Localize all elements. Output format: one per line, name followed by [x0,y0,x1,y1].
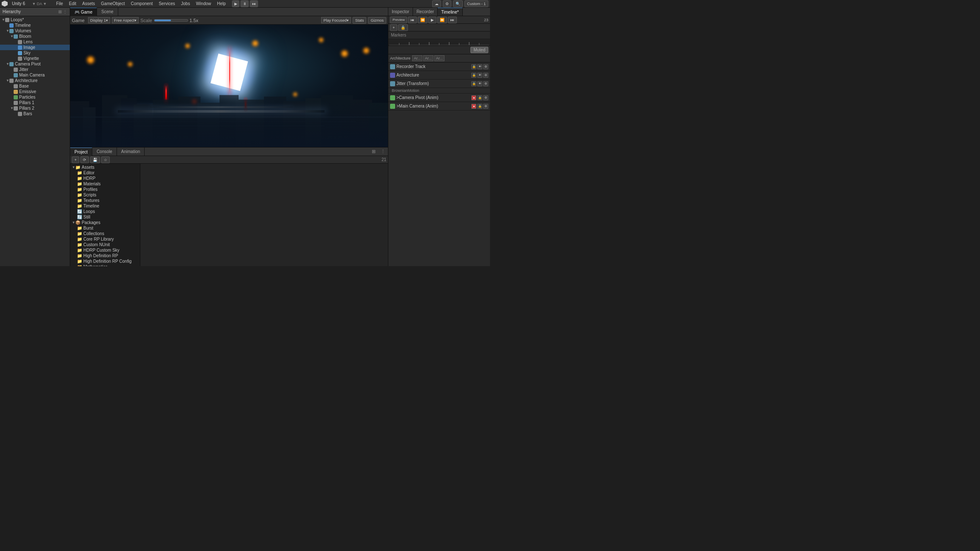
save-btn[interactable]: 💾 [90,156,100,163]
menu-item-help[interactable]: Help [214,0,228,8]
tl-next-btn[interactable]: ⏩ [437,17,447,23]
arch-settings-btn[interactable]: ⚙ [483,73,488,78]
cloud-button[interactable]: ☁ [432,0,441,7]
p-item-materials[interactable]: 📁 Materials [70,181,140,187]
h-item-emissive[interactable]: Emissive [0,89,70,94]
p-item-profiles[interactable]: 📁 Profiles [70,187,140,192]
display-select[interactable]: Display 1▾ [88,17,110,23]
tab-game[interactable]: 🎮 Game [70,8,97,16]
h-item-jitter[interactable]: Jitter [0,67,70,72]
arch-lock-btn[interactable]: 🔒 [471,73,476,78]
cam-pivot-settings-btn[interactable]: ⚙ [483,95,488,100]
p-item-packages[interactable]: ▼ 📦 Packages [70,220,140,225]
menu-item-services[interactable]: Services [156,0,177,8]
p-item-high-def-rp[interactable]: 📁 High Definition RP [70,253,140,258]
cam-pivot-record-btn[interactable]: ● [471,95,476,100]
h-item-vignette[interactable]: Vignette [0,56,70,61]
p-item-custom-nunit[interactable]: 📁 Custom NUnit [70,242,140,247]
tab-console[interactable]: Console [92,148,117,156]
tl-preview-btn[interactable]: Preview [390,17,407,23]
p-item-assets[interactable]: ▼ 📁 Assets [70,165,140,170]
h-item-image[interactable]: Image [0,45,70,50]
jitter-settings-btn[interactable]: ⚙ [483,81,488,86]
h-item-pillars1[interactable]: Pillars 1 [0,100,70,105]
h-item-architecture[interactable]: ▼ Architecture [0,78,70,83]
muted-badge[interactable]: Muted [470,47,488,53]
tl-play-btn[interactable]: ▶ [428,17,436,23]
p-item-burst[interactable]: 📁 Burst [70,225,140,231]
main-cam-settings-btn[interactable]: ⚙ [483,104,488,109]
hierarchy-expand-icon[interactable]: ⊞ [58,9,62,14]
p-item-scripts[interactable]: 📁 Scripts [70,192,140,198]
h-item-volumes[interactable]: ▼ Volumes [0,28,70,34]
p-item-collections[interactable]: 📁 Collections [70,231,140,236]
stats-btn[interactable]: Stats [353,17,367,24]
jitter-eye-btn[interactable]: 👁 [477,81,482,86]
p-item-still[interactable]: 🔄 Still [70,214,140,220]
h-item-lens[interactable]: Lens [0,39,70,45]
p-item-timeline[interactable]: 📁 Timeline [70,203,140,209]
tab-recorder[interactable]: Recorder [413,8,438,16]
main-cam-lock-btn[interactable]: 🔒 [477,104,482,109]
play-focused-select[interactable]: Play Focused▾ [321,17,351,23]
p-item-core-rp[interactable]: 📁 Core RP Library [70,236,140,242]
tab-animation[interactable]: Animation [117,148,145,156]
tl-add-btn[interactable]: + [390,24,397,31]
play-button[interactable]: ▶ [232,0,239,7]
refresh-btn[interactable]: ⟳ [80,156,89,163]
settings-button[interactable]: ⚙ [443,0,451,7]
h-item-pillars2[interactable]: ▼ Pillars 2 [0,105,70,111]
p-item-hdrp[interactable]: 📁 HDRP [70,176,140,181]
bottom-panel-menu[interactable]: ⋮ [378,149,388,154]
p-item-loops[interactable]: 🔄 Loops [70,209,140,214]
menu-item-jobs[interactable]: Jobs [179,0,193,8]
star-btn[interactable]: ☆ [101,156,110,163]
tab-project[interactable]: Project [70,148,92,156]
tl-lock-btn[interactable]: 🔒 [398,24,408,31]
menu-item-component[interactable]: Component [128,0,155,8]
menu-item-gameobject[interactable]: GameObject [98,0,127,8]
jitter-lock-btn[interactable]: 🔒 [471,81,476,86]
track-jitter[interactable]: Jitter (Transform) 🔒 👁 ⚙ [388,80,490,88]
p-item-textures[interactable]: 📁 Textures [70,198,140,203]
recorder-eye-btn[interactable]: 👁 [477,64,482,69]
custom-layout-button[interactable]: Custom - 1 [464,0,488,7]
bottom-panel-expand[interactable]: ⊞ [369,149,378,154]
step-button[interactable]: ⏭ [250,0,258,7]
cam-pivot-lock-btn[interactable]: 🔒 [477,95,482,100]
menu-item-assets[interactable]: Assets [80,0,97,8]
h-item-camera-pivot[interactable]: ▼ Camera Pivot [0,61,70,67]
recorder-lock-btn[interactable]: 🔒 [471,64,476,69]
add-asset-btn[interactable]: + [72,156,79,163]
scale-slider[interactable] [154,19,188,22]
h-item-base[interactable]: Base [0,83,70,89]
h-item-bars[interactable]: Bars [0,111,70,116]
pause-button[interactable]: ⏸ [241,0,249,7]
hierarchy-menu-icon[interactable]: ⋮ [63,9,67,14]
recorder-settings-btn[interactable]: ⚙ [483,64,488,69]
h-item-sky[interactable]: Sky [0,50,70,56]
tl-prev-btn[interactable]: ⏪ [418,17,427,23]
h-item-particles[interactable]: Particles [0,94,70,100]
tl-start-btn[interactable]: ⏮ [408,17,417,23]
main-cam-record-btn[interactable]: ● [471,104,476,109]
h-item-main-camera[interactable]: Main Camera [0,72,70,78]
tl-end-btn[interactable]: ⏭ [448,17,457,23]
track-camera-pivot[interactable]: >Camera Pivot (Anim) ● 🔒 ⚙ [388,94,490,102]
tab-scene[interactable]: Scene [97,8,118,16]
p-item-mathematics[interactable]: 📁 Mathematics [70,264,140,266]
arch-eye-btn[interactable]: 👁 [477,73,482,78]
gizmos-btn[interactable]: Gizmos [368,17,386,24]
p-item-editor[interactable]: 📁 Editor [70,170,140,176]
aspect-select[interactable]: Free Aspect▾ [112,17,139,23]
h-item-timeline[interactable]: Timeline [0,23,70,28]
h-item-bloom[interactable]: ▼ Bloom [0,34,70,39]
tab-inspector[interactable]: Inspector [388,8,413,16]
h-item-loops[interactable]: ▼ Loops* [0,17,70,23]
p-item-hdrp-custom-sky[interactable]: 📁 HDRP Custom Sky [70,247,140,253]
p-item-high-def-rp-config[interactable]: 📁 High Definition RP Config [70,258,140,264]
menu-item-edit[interactable]: Edit [66,0,79,8]
menu-item-window[interactable]: Window [194,0,214,8]
track-recorder[interactable]: Recorder Track 🔒 👁 ⚙ [388,62,490,71]
search-button[interactable]: 🔍 [453,0,463,7]
